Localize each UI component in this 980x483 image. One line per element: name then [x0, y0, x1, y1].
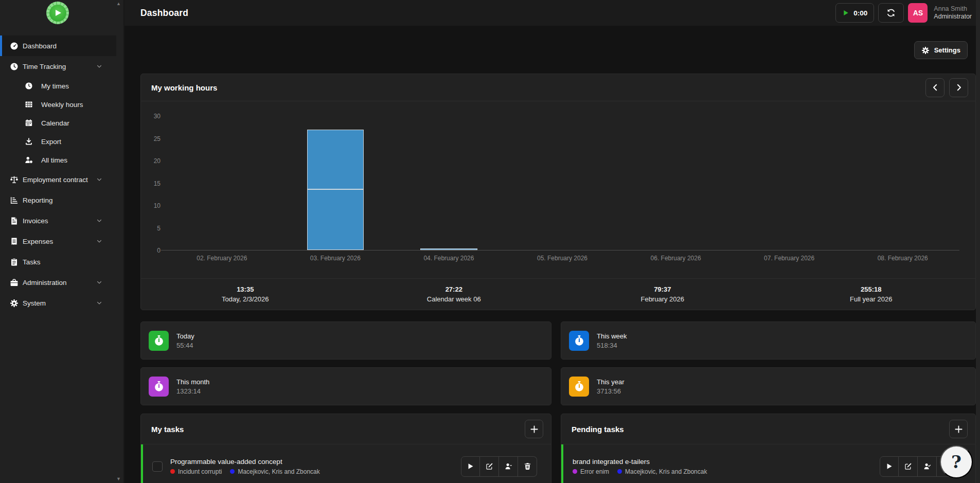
refresh-button[interactable]	[878, 3, 904, 23]
user-check-button[interactable]	[918, 456, 937, 477]
stat-card-today: Today55:44	[140, 321, 551, 360]
help-button[interactable]: ?	[940, 445, 973, 478]
chart-column: 06. February 2026	[619, 116, 733, 250]
sidebar-item-administration[interactable]: Administration	[0, 272, 116, 293]
play-icon	[842, 9, 849, 16]
summary-value: 255:18	[861, 285, 881, 293]
task-row: Programmable value-added conceptIncidunt…	[141, 444, 551, 483]
sidebar-item-dashboard[interactable]: Dashboard	[0, 35, 116, 56]
edit-icon	[486, 462, 493, 470]
user-role: Administrator	[934, 13, 972, 21]
sidebar-item-label: Employment contract	[23, 176, 88, 184]
edit-button[interactable]	[899, 456, 918, 477]
sidebar-item-tasks[interactable]: Tasks	[0, 252, 116, 272]
sidebar-item-label: Dashboard	[23, 42, 57, 50]
sidebar-item-export[interactable]: Export	[0, 132, 116, 151]
app-logo[interactable]	[46, 2, 69, 24]
previous-period-button[interactable]	[925, 78, 945, 97]
working-hours-summary: 13:35Today, 2/3/2026	[141, 279, 350, 310]
sidebar-nav: DashboardTime TrackingMy timesWeekly hou…	[0, 35, 116, 313]
sidebar-item-calendar[interactable]: Calendar	[0, 114, 116, 132]
user-avatar[interactable]: AS	[908, 3, 928, 23]
customer-color-dot	[230, 469, 235, 474]
project-tag-label: Error enim	[580, 468, 609, 475]
sidebar-item-invoices[interactable]: Invoices	[0, 210, 116, 231]
add-task-button[interactable]	[525, 420, 543, 438]
summary-label: Calendar week 06	[427, 295, 481, 303]
working-hours-summary: 27:22Calendar week 06	[350, 279, 559, 310]
x-axis-line	[161, 250, 959, 251]
customer-tag-label: Macejkovic, Kris and Zboncak	[238, 468, 319, 475]
edit-button[interactable]	[480, 456, 499, 477]
customer-tag: Macejkovic, Kris and Zboncak	[230, 468, 319, 475]
summary-value: 27:22	[446, 285, 462, 293]
page-title: Dashboard	[140, 8, 188, 19]
sidebar-item-expenses[interactable]: Expenses	[0, 231, 116, 252]
stat-card-value: 3713:56	[597, 387, 624, 395]
chevron-left-icon	[931, 83, 939, 92]
add-pending-task-button[interactable]	[949, 420, 968, 438]
trash-button[interactable]	[518, 456, 537, 477]
y-axis-tick-label: 0	[141, 247, 161, 254]
pending-tasks-header: Pending tasks	[561, 414, 975, 444]
my-tasks-card: My tasks Programmable value-added concep…	[140, 414, 551, 483]
sidebar-item-weekly-hours[interactable]: Weekly hours	[0, 95, 116, 114]
sidebar-scroll-up-arrow[interactable]: ▲	[116, 1, 121, 6]
stat-card-label: Today	[176, 332, 194, 340]
chart-column: 02. February 2026	[165, 116, 279, 250]
sidebar-item-system[interactable]: System	[0, 293, 116, 313]
y-axis-tick-label: 5	[141, 225, 161, 232]
scale-icon	[9, 175, 19, 184]
stat-card-value: 518:34	[597, 342, 627, 349]
chart-column: 05. February 2026	[506, 116, 619, 250]
working-hours-summary: 79:37February 2026	[558, 279, 767, 310]
stat-card-label: This year	[597, 378, 624, 386]
bar	[307, 116, 364, 250]
bar	[420, 116, 477, 250]
sidebar-scroll-down-arrow[interactable]: ▼	[116, 476, 121, 481]
y-axis-tick-label: 10	[141, 202, 161, 209]
bar	[534, 116, 591, 250]
plus-icon	[530, 425, 539, 434]
x-axis-tick-label: 07. February 2026	[733, 255, 846, 262]
play-logo-icon	[56, 10, 61, 16]
stat-card-icon	[569, 331, 589, 351]
chart-column: 03. February 2026	[279, 116, 393, 250]
play-icon	[467, 462, 474, 470]
x-axis-tick-label: 06. February 2026	[619, 255, 733, 262]
sidebar-item-time-tracking[interactable]: Time Tracking	[0, 56, 116, 77]
user-menu[interactable]: Anna Smith Administrator	[934, 5, 972, 21]
timer-value: 0:00	[853, 9, 867, 17]
y-axis-tick-label: 30	[141, 113, 161, 120]
next-period-button[interactable]	[949, 78, 968, 97]
stat-card-label: This week	[597, 332, 627, 340]
clock-icon	[9, 62, 19, 71]
settings-button-label: Settings	[934, 46, 960, 54]
sidebar-item-label: Invoices	[23, 217, 48, 225]
my-tasks-title: My tasks	[151, 425, 184, 434]
stopwatch-icon	[574, 381, 585, 392]
working-hours-nav	[925, 78, 968, 97]
sidebar-item-my-times[interactable]: My times	[0, 77, 116, 95]
timer-button[interactable]: 0:00	[835, 3, 874, 23]
sidebar-item-all-times[interactable]: All times	[0, 151, 116, 169]
bar-segment	[307, 189, 364, 250]
sidebar-item-reporting[interactable]: Reporting	[0, 190, 116, 210]
project-color-dot	[170, 469, 175, 474]
customer-tag: Macejkovic, Kris and Zboncak	[617, 468, 707, 475]
chevron-down-icon	[95, 218, 104, 224]
sidebar-item-employment-contract[interactable]: Employment contract	[0, 169, 116, 190]
play-icon	[885, 462, 893, 470]
settings-button[interactable]: Settings	[914, 41, 968, 59]
task-actions	[461, 456, 537, 477]
gear-icon	[9, 299, 19, 308]
play-button[interactable]	[461, 456, 480, 477]
user-minus-button[interactable]	[499, 456, 518, 477]
customer-color-dot	[617, 469, 622, 474]
app-logo-ring	[49, 5, 66, 22]
page-scrollbar[interactable]	[976, 0, 980, 483]
pending-tasks-title: Pending tasks	[572, 425, 624, 434]
play-button[interactable]	[880, 456, 899, 477]
chevron-down-icon	[95, 238, 104, 244]
task-checkbox[interactable]	[152, 461, 163, 472]
